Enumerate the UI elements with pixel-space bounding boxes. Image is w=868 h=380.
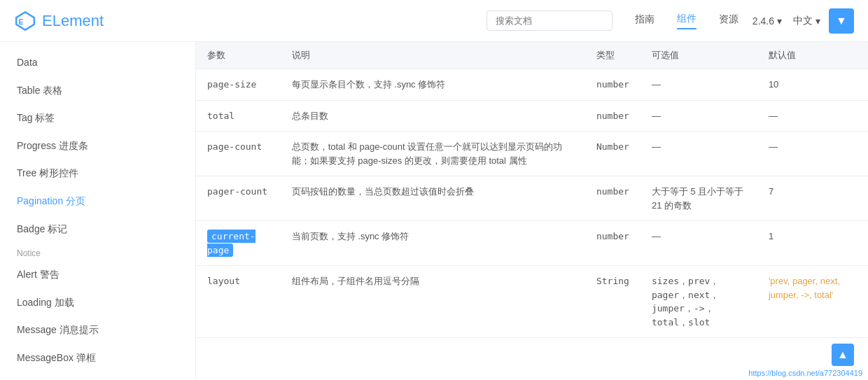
nav-resources[interactable]: 资源 (719, 13, 738, 29)
sidebar-item-message[interactable]: Message 消息提示 (0, 316, 195, 344)
col-header-desc: 说明 (281, 42, 585, 69)
nav-guide[interactable]: 指南 (635, 13, 654, 29)
search-input[interactable] (486, 10, 612, 31)
sidebar-section-notice: Notice (0, 243, 195, 261)
logo-text: ELement (42, 12, 104, 30)
prop-type: number (585, 176, 640, 221)
logo: E ELement (14, 10, 104, 32)
version-label: 2.4.6 (752, 15, 774, 27)
sidebar-item-tree[interactable]: Tree 树形控件 (0, 160, 195, 188)
sidebar-item-table[interactable]: Table 表格 (0, 77, 195, 105)
language-label: 中文 (793, 15, 813, 27)
sidebar-item-loading[interactable]: Loading 加载 (0, 289, 195, 317)
version-arrow-icon: ▾ (777, 15, 782, 27)
scroll-to-top-button[interactable]: ▲ (832, 344, 854, 366)
table-row: total总条目数number—— (196, 100, 868, 132)
prop-options: 大于等于 5 且小于等于 21 的奇数 (640, 176, 757, 221)
prop-default: 'prev, pager, next, jumper, ->, total' (757, 266, 868, 338)
sidebar-item-pagination[interactable]: Pagination 分页 (0, 188, 195, 216)
element-logo-icon: E (14, 10, 36, 32)
prop-default: 10 (757, 69, 868, 101)
version-selector[interactable]: 2.4.6 ▾ (752, 15, 782, 27)
prop-desc: 总条目数 (281, 100, 585, 132)
prop-desc: 页码按钮的数量，当总页数超过该值时会折叠 (281, 176, 585, 221)
prop-desc: 总页数，total 和 page-count 设置任意一个就可以达到显示页码的功… (281, 132, 585, 176)
prop-desc: 组件布局，子组件名用逗号分隔 (281, 266, 585, 338)
prop-type: Number (585, 132, 640, 176)
prop-type: number (585, 69, 640, 101)
prop-desc: 当前页数，支持 .sync 修饰符 (281, 221, 585, 266)
table-row: page-count总页数，total 和 page-count 设置任意一个就… (196, 132, 868, 176)
sidebar-item-badge[interactable]: Badge 标记 (0, 216, 195, 244)
table-row: layout组件布局，子组件名用逗号分隔Stringsizes，prev，pag… (196, 266, 868, 338)
nav-components[interactable]: 组件 (677, 13, 696, 29)
sidebar-item-data[interactable]: Data (0, 49, 195, 77)
prop-options: — (640, 221, 757, 266)
prop-name: page-size (196, 69, 281, 101)
prop-default: 7 (757, 176, 868, 221)
nav: 指南 组件 资源 (635, 13, 738, 29)
col-header-param: 参数 (196, 42, 281, 69)
prop-type: number (585, 221, 640, 266)
prop-name: page-count (196, 132, 281, 176)
col-header-type: 类型 (585, 42, 640, 69)
content-area: 参数 说明 类型 可选值 默认值 page-size每页显示条目个数，支持 .s… (196, 42, 868, 380)
prop-type: String (585, 266, 640, 338)
prop-name: layout (196, 266, 281, 338)
sidebar-item-alert[interactable]: Alert 警告 (0, 261, 195, 289)
prop-default: 1 (757, 221, 868, 266)
sidebar: Data Table 表格 Tag 标签 Progress 进度条 Tree 树… (0, 42, 196, 380)
prop-desc: 每页显示条目个数，支持 .sync 修饰符 (281, 69, 585, 101)
sidebar-item-progress[interactable]: Progress 进度条 (0, 132, 195, 160)
prop-default: — (757, 100, 868, 132)
prop-name-highlighted: current-page (207, 230, 255, 257)
main-layout: Data Table 表格 Tag 标签 Progress 进度条 Tree 树… (0, 42, 868, 380)
blue-action-button[interactable]: ▼ (829, 8, 854, 34)
sidebar-item-tag[interactable]: Tag 标签 (0, 104, 195, 132)
prop-type: number (585, 100, 640, 132)
header: E ELement 指南 组件 资源 2.4.6 ▾ 中文 ▾ ▼ (0, 0, 868, 42)
table-row: page-size每页显示条目个数，支持 .sync 修饰符number—10 (196, 69, 868, 101)
prop-name: total (196, 100, 281, 132)
csdn-link: https://blog.csdn.net/a772304419 (743, 366, 868, 380)
prop-options: — (640, 69, 757, 101)
lang-arrow-icon: ▾ (816, 15, 820, 27)
table-row: current-page当前页数，支持 .sync 修饰符number—1 (196, 221, 868, 266)
prop-options: sizes，prev，pager，next，jumper，->，total，sl… (640, 266, 757, 338)
prop-options: — (640, 132, 757, 176)
language-selector[interactable]: 中文 ▾ (793, 15, 820, 27)
col-header-default: 默认值 (757, 42, 868, 69)
col-header-options: 可选值 (640, 42, 757, 69)
svg-text:E: E (18, 17, 23, 25)
props-table: 参数 说明 类型 可选值 默认值 page-size每页显示条目个数，支持 .s… (196, 42, 868, 338)
sidebar-item-messagebox[interactable]: MessageBox 弹框 (0, 344, 195, 372)
table-row: pager-count页码按钮的数量，当总页数超过该值时会折叠number大于等… (196, 176, 868, 221)
prop-options: — (640, 100, 757, 132)
prop-default: — (757, 132, 868, 176)
prop-name: pager-count (196, 176, 281, 221)
